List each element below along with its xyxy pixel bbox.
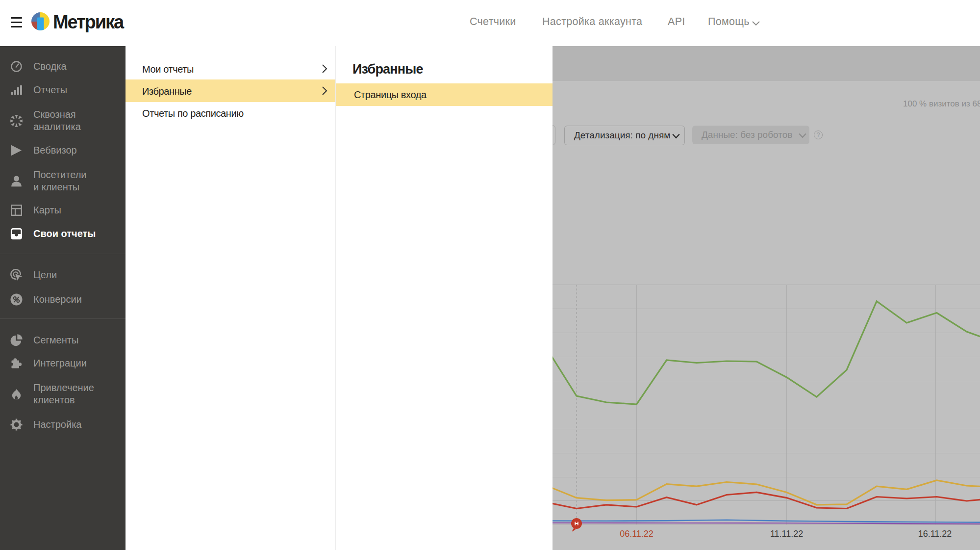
svg-text:16.11.22: 16.11.22 xyxy=(918,529,952,539)
svg-text:11.11.22: 11.11.22 xyxy=(770,529,803,539)
svg-text:06.11.22: 06.11.22 xyxy=(620,529,653,539)
